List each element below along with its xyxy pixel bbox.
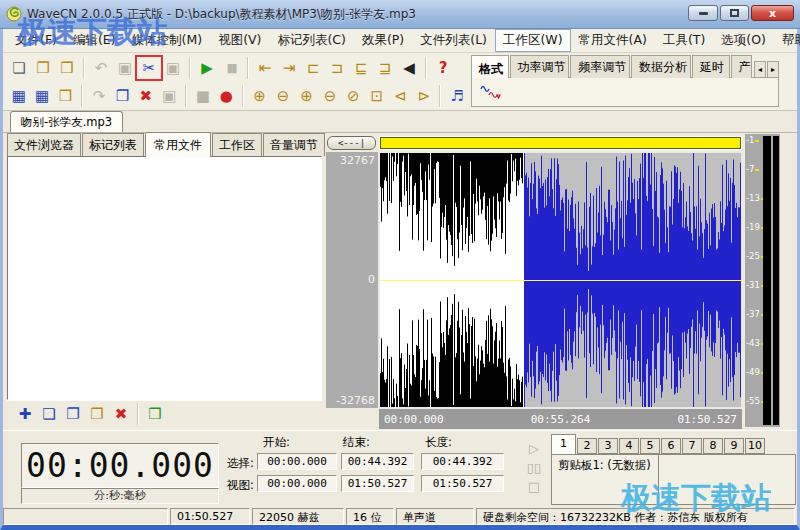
panel-tab-power[interactable]: 功率调节 bbox=[510, 55, 570, 78]
paste-insert-icon[interactable]: ▣ bbox=[162, 57, 184, 79]
menu-item-effects[interactable]: 效果(P) bbox=[354, 29, 412, 52]
speaker-icon[interactable]: ♬ bbox=[446, 85, 467, 107]
save-to-folder-icon[interactable]: ❒ bbox=[55, 85, 76, 107]
overview-position-bar[interactable] bbox=[380, 137, 741, 149]
menu-item-tools[interactable]: 工具(T) bbox=[655, 29, 713, 52]
clipboard-tab-2[interactable]: 2 bbox=[577, 438, 597, 454]
waveform-canvas[interactable] bbox=[379, 152, 742, 408]
record-icon[interactable]: ● bbox=[216, 85, 237, 107]
remove-icon[interactable]: ✖ bbox=[109, 403, 133, 425]
sidebar-tab-common-files[interactable]: 常用文件 bbox=[145, 132, 211, 157]
menu-item-edit[interactable]: 编辑(E) bbox=[65, 29, 124, 52]
move-to-folder-icon[interactable]: ❒ bbox=[85, 403, 109, 425]
zoom-in-horizontal-icon[interactable]: ⊕ bbox=[249, 85, 270, 107]
cursor-to-selection-end-icon[interactable]: ⊐ bbox=[326, 57, 348, 79]
panel-scroll-left-icon[interactable]: ◂ bbox=[754, 61, 766, 78]
menu-item-workspace[interactable]: 工作区(W) bbox=[495, 29, 571, 52]
sidebar-tab-file-browser[interactable]: 文件浏览器 bbox=[7, 133, 81, 156]
delete-icon[interactable]: ✖ bbox=[135, 85, 156, 107]
paste-special-icon[interactable]: ▣ bbox=[114, 57, 136, 79]
panel-tab-frequency[interactable]: 频率调节 bbox=[570, 55, 630, 78]
paste-icon[interactable]: ▣ bbox=[159, 85, 180, 107]
save-copy-icon[interactable]: ▦ bbox=[31, 85, 52, 107]
panel-scroll-right-icon[interactable]: ▸ bbox=[767, 61, 779, 78]
open-as-copy-icon[interactable]: ❒ bbox=[56, 57, 78, 79]
sidebar-tab-marker-list[interactable]: 标记列表 bbox=[82, 133, 144, 156]
zoom-to-selection-icon[interactable]: ⊡ bbox=[366, 85, 387, 107]
clipboard-tab-6[interactable]: 6 bbox=[661, 438, 681, 454]
view-end-field[interactable]: 01:50.527 bbox=[341, 475, 414, 492]
stop-icon[interactable]: ■ bbox=[192, 85, 213, 107]
scroll-right-icon[interactable]: ⊳ bbox=[413, 85, 434, 107]
copy-file-icon[interactable]: ❐ bbox=[61, 403, 85, 425]
pause-icon[interactable]: ▮▮ bbox=[220, 57, 242, 79]
new-file-icon[interactable]: ❏ bbox=[8, 57, 30, 79]
menu-item-common-files[interactable]: 常用文件(A) bbox=[571, 29, 655, 52]
view-start-field[interactable]: 00:00.000 bbox=[257, 475, 337, 492]
clipboard-tab-3[interactable]: 3 bbox=[598, 438, 618, 454]
zoom-out-vertical-icon[interactable]: ⊖ bbox=[319, 85, 340, 107]
cursor-to-selection-start-icon[interactable]: ⊏ bbox=[302, 57, 324, 79]
selection-end-icon[interactable]: ⇥ bbox=[278, 57, 300, 79]
timeline-ruler[interactable]: 00:00.000 00:55.264 01:50.527 bbox=[379, 409, 742, 429]
meter-label: -1 bbox=[746, 135, 759, 145]
clipboard-tab-4[interactable]: 4 bbox=[619, 438, 639, 454]
undo-icon[interactable]: ↶ bbox=[90, 57, 112, 79]
format-convert-icon[interactable] bbox=[480, 84, 502, 100]
minimize-button[interactable] bbox=[688, 5, 718, 21]
common-files-list[interactable] bbox=[7, 156, 322, 400]
panel-tab-data-analysis[interactable]: 数据分析 bbox=[631, 55, 691, 78]
clipboard-tab-10[interactable]: 10 bbox=[745, 438, 765, 454]
view-length-field[interactable]: 01:50.527 bbox=[421, 475, 504, 492]
maximize-button[interactable] bbox=[720, 5, 749, 21]
clipboard-stop-icon[interactable]: □ bbox=[523, 477, 545, 496]
cursor-marker-icon[interactable]: ◀ bbox=[398, 57, 420, 79]
menu-item-options[interactable]: 选项(O) bbox=[713, 29, 774, 52]
add-file-icon[interactable]: ❏ bbox=[37, 403, 61, 425]
scroll-left-icon[interactable]: ⊲ bbox=[390, 85, 411, 107]
add-icon[interactable]: ✚ bbox=[13, 403, 37, 425]
menu-item-file[interactable]: 文件(F) bbox=[7, 29, 65, 52]
document-tab[interactable]: 吻别-张学友.mp3 bbox=[10, 111, 123, 132]
clipboard-play-icon[interactable]: ▷ bbox=[523, 439, 545, 458]
zoom-back-button[interactable]: <---| bbox=[327, 136, 376, 150]
panel-tab-delay[interactable]: 延时 bbox=[692, 55, 730, 78]
selection-start-icon[interactable]: ⇤ bbox=[254, 57, 276, 79]
view-selection-end-icon[interactable]: ⊒ bbox=[374, 57, 396, 79]
open-folder-icon[interactable]: ❒ bbox=[143, 403, 167, 425]
clipboard-pause-icon[interactable]: ▯▯ bbox=[523, 458, 545, 477]
selection-start-field[interactable]: 00:00.000 bbox=[257, 453, 337, 470]
cut-icon[interactable]: ✂ bbox=[138, 57, 160, 79]
selection-end-field[interactable]: 00:44.392 bbox=[341, 453, 414, 470]
menu-item-file-list[interactable]: 文件列表(L) bbox=[412, 29, 495, 52]
zoom-in-vertical-icon[interactable]: ⊕ bbox=[296, 85, 317, 107]
clipboard-tab-5[interactable]: 5 bbox=[640, 438, 660, 454]
selection-length-field[interactable]: 00:44.392 bbox=[421, 453, 504, 470]
view-selection-start-icon[interactable]: ⊑ bbox=[350, 57, 372, 79]
clipboard-tab-7[interactable]: 7 bbox=[682, 438, 702, 454]
zoom-reset-icon[interactable]: ⊘ bbox=[343, 85, 364, 107]
panel-tab-more[interactable]: 产 bbox=[731, 55, 752, 78]
menu-item-media-control[interactable]: 媒体控制(M) bbox=[124, 29, 211, 52]
clipboard-tab-8[interactable]: 8 bbox=[703, 438, 723, 454]
menu-item-view[interactable]: 视图(V) bbox=[210, 29, 269, 52]
play-icon[interactable]: ▶ bbox=[196, 57, 218, 79]
sidebar-tab-workspace[interactable]: 工作区 bbox=[212, 133, 262, 156]
help-icon[interactable]: ? bbox=[432, 57, 454, 79]
sidebar-tab-volume[interactable]: 音量调节 bbox=[263, 133, 325, 156]
clipboard-tab-9[interactable]: 9 bbox=[724, 438, 744, 454]
clipboard-tab-1[interactable]: 1 bbox=[551, 434, 576, 454]
open-file-icon[interactable]: ❐ bbox=[32, 57, 54, 79]
amplitude-ruler: 32767 0 -32768 bbox=[326, 152, 378, 408]
meter-db-scale: -1 -7 -13 -19 -25 -31 -37 -43 -49 -55 bbox=[745, 134, 762, 427]
timeline-start: 00:00.000 bbox=[384, 413, 444, 426]
close-button[interactable]: x bbox=[751, 5, 794, 21]
redo-icon[interactable]: ↷ bbox=[88, 85, 109, 107]
menu-item-marker-list[interactable]: 标记列表(C) bbox=[269, 29, 353, 52]
title-bar[interactable]: WaveCN 2.0.0.5 正式版 - D:\backup\教程素材\MP3\… bbox=[0, 0, 800, 29]
copy-icon[interactable]: ❐ bbox=[112, 85, 133, 107]
save-file-icon[interactable]: ▦ bbox=[8, 85, 29, 107]
zoom-out-horizontal-icon[interactable]: ⊖ bbox=[272, 85, 293, 107]
menu-item-help[interactable]: 帮助(H) bbox=[774, 29, 800, 52]
panel-tab-format[interactable]: 格式 bbox=[471, 55, 509, 78]
